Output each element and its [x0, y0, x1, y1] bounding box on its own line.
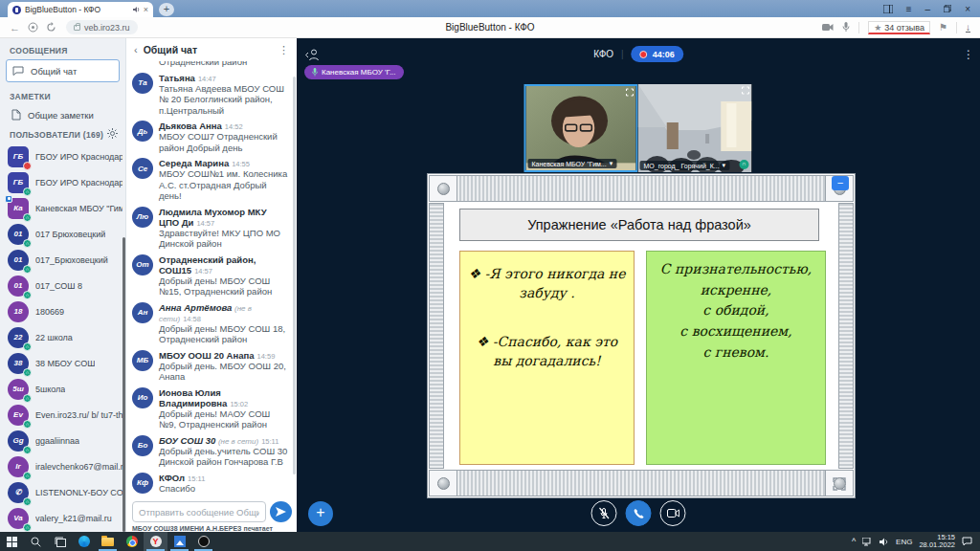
chrome-icon — [126, 536, 138, 547]
new-tab-button[interactable]: + — [159, 3, 174, 16]
bigbluebutton-favicon — [12, 6, 21, 14]
taskbar-edge-button[interactable] — [72, 532, 96, 551]
back-icon[interactable]: ← — [10, 22, 20, 33]
fullscreen-icon[interactable] — [742, 86, 750, 95]
browser-tab[interactable]: BigBlueButton - КФО × — [8, 2, 153, 17]
user-avatar: ГБ∩ — [8, 172, 29, 193]
leave-audio-button[interactable] — [626, 500, 652, 526]
reviews-label: 34 отзыва — [884, 23, 924, 33]
tab-close-icon[interactable]: × — [144, 5, 148, 14]
talking-user-label: Каневская МБОУ 'Г... — [322, 68, 396, 77]
user-avatar: Gg∩ — [8, 430, 29, 452]
presentation-slide[interactable]: Упражнение «Работа над фразой» ❖ -Я этог… — [428, 174, 855, 497]
user-avatar: ✆∩ — [8, 482, 29, 503]
user-avatar: Ev∩ — [8, 405, 29, 426]
protect-icon[interactable] — [28, 22, 38, 33]
search-icon — [31, 537, 41, 547]
chat-message-input[interactable] — [132, 501, 266, 522]
chat-avatar: МБ — [132, 350, 153, 371]
manage-users-gear-icon[interactable] — [107, 128, 118, 139]
actions-plus-button[interactable]: + — [308, 501, 333, 526]
minimize-presentation-button[interactable]: – — [832, 176, 849, 190]
taskbar-explorer-button[interactable] — [96, 532, 120, 551]
browser-toolbar: ← veb.iro23.ru BigBlueButton - КФО ★ 34 … — [0, 17, 980, 38]
slide-green-line: с гневом. — [647, 342, 825, 364]
user-list-item[interactable]: 01∩ 017 Брюховецкий — [0, 221, 122, 247]
taskbar-search-button[interactable] — [24, 532, 48, 551]
user-list-item[interactable]: ✆∩ LISTENONLY-БОУ СОШ 31 Со... — [0, 479, 122, 505]
share-webcam-button[interactable] — [660, 500, 686, 526]
video-tile-speaker[interactable]: Каневская МБОУ "Гим...▾ — [524, 84, 638, 172]
user-list-item[interactable]: Gg∩ ggaaliinnaa — [0, 428, 122, 453]
chat-avatar: Се — [132, 158, 153, 179]
sidebar-item-public-chat[interactable]: Общий чат — [6, 59, 120, 82]
volume-icon[interactable] — [880, 538, 889, 546]
chat-scrollbar[interactable] — [293, 77, 296, 474]
bookmark-icon[interactable]: ⚑ — [939, 22, 947, 33]
window-restore-icon[interactable] — [944, 5, 951, 12]
tab-title: BigBlueButton - КФО — [25, 5, 128, 14]
language-indicator[interactable]: ENG — [896, 538, 912, 546]
slide-green-line: искренне, — [647, 280, 825, 301]
chat-panel: ‹ Общий чат ⋮ Добрый день. Отрадненский … — [125, 38, 297, 532]
mic-permission-icon[interactable] — [842, 22, 850, 33]
action-center-icon[interactable] — [962, 537, 972, 546]
fullscreen-icon[interactable] — [626, 88, 635, 97]
video-tile-classroom[interactable]: МО_город_ Горячий_К...▾ ∩ — [638, 84, 752, 172]
chevron-down-icon[interactable]: ▾ — [723, 162, 726, 169]
headphones-badge-icon: ∩ — [23, 291, 32, 299]
taskbar-clock[interactable]: 15:15 28.01.2022 — [919, 534, 955, 550]
chat-options-icon[interactable]: ⋮ — [278, 44, 289, 56]
chevron-down-icon[interactable]: ▾ — [610, 160, 613, 167]
star-icon: ★ — [874, 23, 881, 33]
camera-permission-icon[interactable] — [822, 23, 834, 32]
headphones-badge-icon: ∩ — [23, 239, 32, 248]
talking-indicator[interactable]: Каневская МБОУ 'Г... — [304, 65, 404, 79]
user-list-item[interactable]: ГБ ГБОУ ИРО Краснодарск...(Вы) — [0, 143, 122, 169]
user-list-item[interactable]: 01∩ 017_СОШ 8 — [0, 273, 122, 298]
user-list-item[interactable]: Ка∩ Каневская МБОУ "Гимназия" — [0, 195, 122, 221]
reload-icon[interactable] — [46, 22, 56, 33]
taskbar-obs-button[interactable] — [191, 532, 215, 551]
user-list-item[interactable]: Ev∩ Even.iro23.ru/ b/ tu7-thp — [0, 402, 122, 428]
send-message-button[interactable] — [270, 501, 292, 522]
bigbluebutton-app: СООБЩЕНИЯ Общий чат ЗАМЕТКИ Общие заметк… — [0, 38, 980, 532]
window-close-icon[interactable]: × — [965, 4, 970, 14]
taskbar-yandex-button[interactable]: Y — [144, 532, 167, 551]
unmute-button[interactable] — [591, 500, 617, 526]
slide-frame — [838, 203, 854, 469]
user-list-item[interactable]: 5ш∩ 5школа — [0, 376, 122, 402]
hide-userlist-button[interactable] — [304, 48, 320, 61]
user-list-item[interactable]: 18 180669 — [0, 298, 122, 324]
network-icon[interactable] — [862, 538, 873, 546]
side-panel-icon[interactable] — [883, 5, 893, 13]
browser-tabstrip: BigBlueButton - КФО × + ≡ – × — [0, 0, 980, 17]
taskbar-chrome-button[interactable] — [120, 532, 144, 551]
meeting-options-icon[interactable]: ⋮ — [963, 48, 974, 61]
window-minimize-icon[interactable]: – — [925, 4, 931, 14]
hidden-icons-chevron[interactable]: ^ — [852, 537, 856, 546]
recording-indicator[interactable]: 44:06 — [632, 46, 683, 62]
headphones-badge-icon: ∩ — [740, 160, 749, 169]
presentation-fullscreen-icon[interactable] — [833, 477, 846, 495]
sidebar-item-shared-notes[interactable]: Общие заметки — [6, 103, 120, 126]
meeting-title: КФО — [593, 49, 613, 59]
chat-message: Ио Ионова Юлия Владимировна15:02 Добрый … — [132, 387, 289, 430]
start-button[interactable] — [0, 532, 24, 551]
browser-menu-icon[interactable]: ≡ — [906, 4, 912, 14]
video-grid: Каневская МБОУ "Гим...▾ — [524, 84, 753, 172]
extension-reviews-badge[interactable]: ★ 34 отзыва — [868, 21, 930, 34]
user-list-item[interactable]: 01∩ 017_Брюховецкий — [0, 247, 122, 273]
user-list-item[interactable]: Va∩ valery_k21@mail.ru — [0, 505, 122, 531]
user-list-item[interactable]: 38∩ 38 МБОУ СОШ — [0, 350, 122, 376]
chat-collapse-icon[interactable]: ‹ — [134, 44, 138, 55]
task-view-button[interactable] — [48, 532, 72, 551]
taskbar-photos-button[interactable] — [167, 532, 191, 551]
tab-audio-icon[interactable] — [132, 6, 140, 13]
user-list-item[interactable]: ГБ∩ ГБОУ ИРО Краснодарского ... — [0, 169, 122, 195]
downloads-icon[interactable]: ↓ — [966, 23, 970, 33]
user-list-item[interactable]: 22∩ 22 школа — [0, 324, 122, 350]
lock-icon — [74, 25, 80, 31]
address-bar[interactable]: veb.iro23.ru — [66, 20, 138, 34]
user-list-item[interactable]: Ir∩ iralevchenko67@mail.ru — [0, 453, 122, 479]
